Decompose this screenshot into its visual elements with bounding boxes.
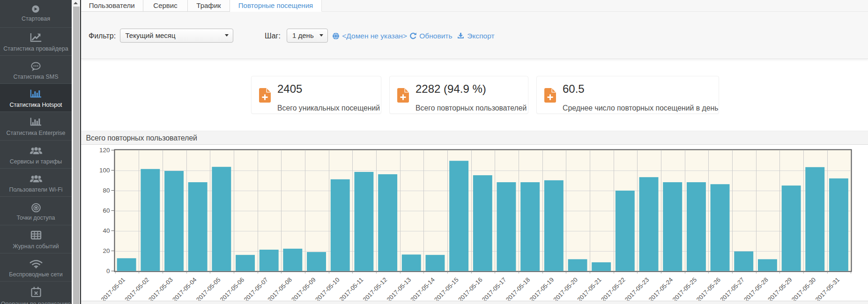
svg-text:40: 40 [103, 227, 110, 234]
svg-text:2017-05-25: 2017-05-25 [671, 276, 698, 304]
svg-text:2017-05-30: 2017-05-30 [790, 276, 817, 304]
svg-text:120: 120 [99, 147, 110, 154]
svg-text:2017-05-11: 2017-05-11 [338, 276, 364, 303]
svg-text:2017-05-01: 2017-05-01 [99, 276, 126, 304]
svg-text:2017-05-07: 2017-05-07 [242, 276, 269, 304]
svg-text:100: 100 [99, 167, 110, 174]
svg-text:2017-05-23: 2017-05-23 [623, 276, 651, 304]
svg-text:2017-05-22: 2017-05-22 [600, 276, 627, 304]
svg-text:2017-05-05: 2017-05-05 [195, 276, 222, 304]
svg-text:20: 20 [103, 247, 110, 254]
svg-text:2017-05-26: 2017-05-26 [695, 276, 722, 304]
svg-text:2017-05-18: 2017-05-18 [504, 276, 532, 304]
svg-text:2017-05-31: 2017-05-31 [814, 276, 841, 304]
svg-text:2017-05-27: 2017-05-27 [719, 276, 746, 304]
svg-text:2017-05-10: 2017-05-10 [314, 276, 341, 304]
svg-text:60: 60 [103, 207, 110, 214]
svg-text:2017-05-15: 2017-05-15 [433, 276, 460, 304]
svg-text:2017-05-29: 2017-05-29 [766, 276, 794, 304]
svg-text:2017-05-09: 2017-05-09 [290, 276, 317, 304]
svg-text:2017-05-13: 2017-05-13 [385, 276, 412, 304]
svg-text:2017-05-16: 2017-05-16 [457, 276, 484, 304]
svg-text:2017-05-17: 2017-05-17 [481, 276, 508, 304]
svg-text:2017-05-24: 2017-05-24 [647, 276, 675, 304]
svg-text:2017-05-28: 2017-05-28 [742, 276, 770, 304]
svg-text:2017-05-04: 2017-05-04 [171, 276, 198, 304]
svg-text:2017-05-19: 2017-05-19 [528, 276, 555, 304]
svg-text:2017-05-03: 2017-05-03 [147, 276, 174, 304]
svg-text:2017-05-21: 2017-05-21 [576, 276, 603, 304]
svg-text:0: 0 [106, 267, 110, 274]
svg-text:2017-05-20: 2017-05-20 [552, 276, 579, 304]
svg-text:2017-05-14: 2017-05-14 [409, 276, 436, 304]
svg-text:2017-05-08: 2017-05-08 [266, 276, 293, 304]
svg-text:2017-05-02: 2017-05-02 [123, 276, 150, 304]
svg-text:2017-05-06: 2017-05-06 [219, 276, 246, 304]
svg-text:80: 80 [103, 187, 110, 194]
svg-text:2017-05-12: 2017-05-12 [362, 276, 389, 304]
